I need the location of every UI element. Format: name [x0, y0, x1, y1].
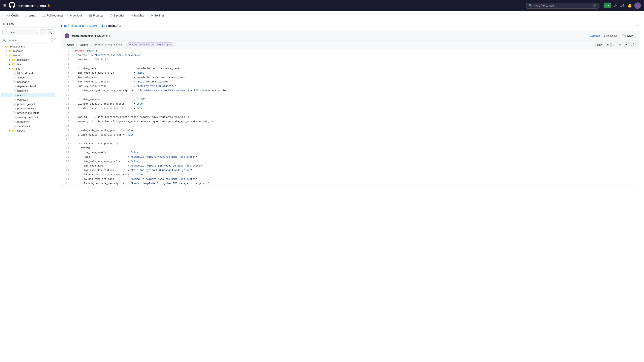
- line-number[interactable]: 1: [62, 49, 72, 53]
- tree-item-modules[interactable]: ▶ 📁 modules: [1, 49, 55, 53]
- tree-item-ingress[interactable]: ▶ 📁 ingress: [1, 128, 55, 133]
- tree-item-provider-helm[interactable]: 📄 provider_helm.tf: [1, 106, 55, 111]
- line-number[interactable]: 20: [62, 133, 72, 138]
- line-number[interactable]: 16: [62, 115, 72, 120]
- file-icon: 📄: [12, 94, 16, 97]
- line-number[interactable]: 30: [62, 177, 72, 182]
- line-number[interactable]: 18: [62, 124, 72, 129]
- user-avatar[interactable]: A: [634, 2, 641, 9]
- hamburger-menu-icon[interactable]: ☰: [3, 3, 6, 8]
- line-number[interactable]: 7: [62, 76, 72, 80]
- line-number[interactable]: 4: [62, 62, 72, 67]
- code-tab-button[interactable]: Code: [64, 42, 76, 47]
- line-number[interactable]: 14: [62, 107, 72, 111]
- line-number[interactable]: 22: [62, 142, 72, 146]
- line-number[interactable]: 28: [62, 169, 72, 173]
- line-number[interactable]: 19: [62, 129, 72, 133]
- blame-tab-button[interactable]: Blame: [78, 42, 90, 47]
- branch-icon: ⎇: [5, 31, 8, 34]
- fullscreen-button[interactable]: ⛶: [630, 42, 636, 47]
- branch-selector[interactable]: ⎇ main ▾: [2, 29, 39, 35]
- line-number[interactable]: 26: [62, 160, 72, 164]
- line-number[interactable]: 25: [62, 155, 72, 160]
- history-button[interactable]: 🕐 History: [619, 33, 636, 38]
- line-number[interactable]: 27: [62, 164, 72, 169]
- commit-time: ·: [601, 34, 602, 37]
- pull-requests-icon[interactable]: ⎇: [619, 2, 625, 9]
- copilot-badge[interactable]: ✦ Code 55% faster with GitHub Copilot: [126, 42, 174, 47]
- repo-name[interactable]: infra: [40, 4, 46, 7]
- line-number[interactable]: 3: [62, 58, 72, 62]
- line-number[interactable]: 9: [62, 84, 72, 89]
- edit-button[interactable]: ✎: [617, 42, 623, 47]
- tab-settings[interactable]: ⚙ Settings: [147, 11, 168, 20]
- repo-owner[interactable]: archformation: [18, 4, 36, 7]
- tree-item-provider-kubectl[interactable]: 📄 provider_kubectl.tf: [1, 111, 55, 115]
- commit-author[interactable]: archformationbot: [72, 34, 93, 37]
- tree-item-eks[interactable]: ▾ 📁 eks: [1, 66, 55, 71]
- tree-item-dependencies[interactable]: 📄 dependencies.tf: [1, 84, 55, 88]
- tree-item-data[interactable]: ▶ 📁 data: [1, 62, 55, 66]
- tree-item-addons[interactable]: 📄 addons.tf: [1, 75, 55, 80]
- plus-icon: +: [606, 4, 607, 7]
- line-number[interactable]: 11: [62, 93, 72, 98]
- commit-hash[interactable]: 105988d: [590, 34, 600, 37]
- line-number[interactable]: 5: [62, 67, 72, 71]
- tab-code[interactable]: <> Code: [3, 11, 22, 20]
- raw-button[interactable]: Raw: [595, 42, 604, 47]
- copy-raw-button[interactable]: ⧉: [605, 42, 610, 47]
- line-number[interactable]: 2: [62, 53, 72, 58]
- tab-actions[interactable]: ▶ Actions: [66, 11, 86, 20]
- copy-path-icon[interactable]: ⧉: [119, 24, 121, 27]
- global-search[interactable]: 🔍 Type / to search /: [526, 2, 599, 9]
- breadcrumb-eks[interactable]: eks: [100, 24, 105, 27]
- tree-label: stacks: [13, 54, 20, 57]
- breadcrumb-infrastructure[interactable]: infrastructure: [70, 24, 86, 27]
- line-number[interactable]: 23: [62, 146, 72, 151]
- tree-item-security-groups[interactable]: 📄 security_groups.tf: [1, 115, 55, 119]
- breadcrumb-sep: /: [68, 24, 69, 27]
- expand-icon: ▾: [6, 54, 7, 57]
- tab-issues[interactable]: ○ Issues: [22, 11, 39, 20]
- tab-insights[interactable]: ↗ Insights: [127, 11, 147, 20]
- go-to-file-input[interactable]: [8, 39, 49, 42]
- tab-pull-requests[interactable]: ⎇ Pull requests: [39, 11, 66, 20]
- add-file-button[interactable]: +: [40, 29, 46, 35]
- line-number[interactable]: 8: [62, 80, 72, 84]
- line-number[interactable]: 17: [62, 120, 72, 124]
- notifications-icon[interactable]: 🔔: [627, 2, 633, 9]
- tree-item-terraform[interactable]: 📄 terraform.tf: [1, 120, 55, 124]
- file-icon: 📄: [12, 116, 16, 119]
- tree-item-stacks[interactable]: ▾ 📁 stacks: [1, 53, 55, 57]
- tree-item-backend[interactable]: 📄 backend.tf: [1, 80, 55, 84]
- line-number[interactable]: 29: [62, 173, 72, 177]
- line-number[interactable]: 24: [62, 151, 72, 155]
- tree-item-application[interactable]: ▶ 📁 application: [1, 58, 55, 62]
- tree-item-outputs[interactable]: 📄 outputs.tf: [1, 97, 55, 102]
- commit-author-avatar: A: [64, 33, 70, 38]
- breadcrumb-stacks[interactable]: stacks: [90, 24, 98, 27]
- issues-icon[interactable]: ⊙: [613, 2, 618, 9]
- more-options-button[interactable]: ···: [636, 23, 639, 28]
- line-number[interactable]: 12: [62, 98, 72, 102]
- tree-item-readme[interactable]: 📄 README.md: [1, 71, 55, 75]
- line-number[interactable]: 31: [62, 182, 72, 186]
- tree-item-main-tf[interactable]: 📄 main.tf: [1, 93, 55, 97]
- tree-item-provider-aws[interactable]: 📄 provider_aws.tf: [1, 102, 55, 106]
- tree-item-helpers[interactable]: 📄 helpers.tf: [1, 89, 55, 93]
- line-number[interactable]: 13: [62, 102, 72, 107]
- breadcrumb-infra[interactable]: infra: [61, 24, 66, 27]
- new-button[interactable]: + ▾: [604, 3, 612, 8]
- download-button[interactable]: ↓: [612, 42, 616, 47]
- search-files-button[interactable]: 🔍: [47, 29, 54, 35]
- line-number[interactable]: 15: [62, 111, 72, 115]
- table-row: 12 cluster_version = "1.30": [62, 98, 639, 102]
- line-number[interactable]: 6: [62, 71, 72, 76]
- tab-security[interactable]: ⛉ Security: [106, 11, 128, 20]
- line-number[interactable]: 10: [62, 89, 72, 93]
- tree-item-variables[interactable]: 📄 variables.tf: [1, 124, 55, 128]
- line-number[interactable]: 21: [62, 138, 72, 142]
- tree-item-infrastructure[interactable]: ▾ 📁 infrastructure: [1, 44, 55, 49]
- edit-chevron-button[interactable]: ▾: [624, 42, 629, 47]
- tab-projects[interactable]: ▦ Projects: [86, 11, 106, 20]
